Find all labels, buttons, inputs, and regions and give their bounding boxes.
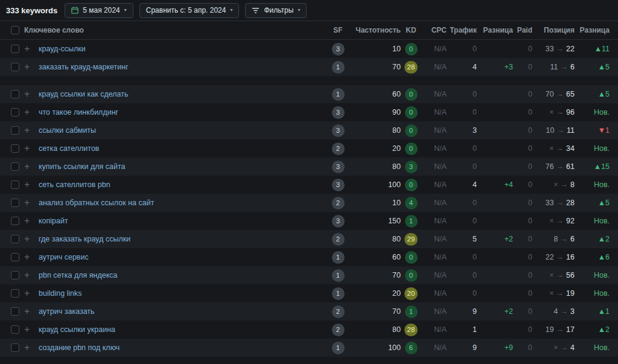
- keyword-link[interactable]: где заказать крауд ссылки: [39, 235, 130, 243]
- keyword-link[interactable]: заказать крауд-маркетинг: [39, 63, 129, 71]
- keyword-link[interactable]: сеть сателлитов pbn: [39, 180, 110, 189]
- cpc-value: N/A: [421, 144, 447, 153]
- plus-icon[interactable]: +: [24, 252, 30, 262]
- plus-icon[interactable]: +: [24, 325, 30, 334]
- header-sf[interactable]: SF: [327, 26, 349, 34]
- header-kd[interactable]: KD: [401, 26, 421, 34]
- plus-icon[interactable]: +: [24, 144, 30, 153]
- row-checkbox[interactable]: [11, 217, 19, 225]
- position-diff: ▲5: [598, 90, 610, 98]
- row-checkbox[interactable]: [11, 180, 19, 189]
- position-diff: Нов.: [594, 180, 610, 189]
- plus-icon[interactable]: +: [24, 107, 30, 117]
- sf-badge: 1: [332, 287, 345, 300]
- position-to: 28: [566, 199, 575, 207]
- header-position[interactable]: Позиция: [532, 26, 575, 34]
- keyword-link[interactable]: создание pbn под ключ: [39, 343, 119, 352]
- sf-badge: 3: [332, 161, 345, 173]
- traffic-diff: +3: [477, 63, 513, 71]
- keyword-link[interactable]: крауд ссылки как сделать: [39, 90, 128, 98]
- paid-value: 0: [513, 343, 532, 352]
- keyword-link[interactable]: что такое линкбилдинг: [39, 108, 118, 117]
- row-checkbox[interactable]: [11, 126, 19, 135]
- header-cpc[interactable]: CPC: [421, 26, 447, 34]
- header-position-diff[interactable]: Разница: [575, 26, 618, 34]
- position-from: 8: [554, 235, 558, 243]
- row-checkbox[interactable]: [11, 45, 19, 53]
- plus-icon[interactable]: +: [24, 126, 30, 135]
- header-traffic-diff[interactable]: Разница: [477, 26, 513, 34]
- keyword-link[interactable]: крауд-ссылки: [39, 45, 86, 53]
- volume-value: 70: [349, 63, 401, 71]
- position-diff: Нов.: [594, 343, 610, 352]
- keyword-link[interactable]: building links: [39, 289, 82, 298]
- row-checkbox[interactable]: [11, 108, 19, 117]
- header-paid[interactable]: Paid: [513, 26, 532, 34]
- row-checkbox[interactable]: [11, 235, 19, 243]
- volume-value: 10: [349, 199, 401, 207]
- arrow-right-icon: →: [556, 217, 564, 225]
- header-volume[interactable]: Частотность: [349, 26, 401, 34]
- traffic-diff: +4: [477, 180, 513, 189]
- arrow-right-icon: →: [561, 63, 569, 71]
- position-from: ×: [549, 271, 553, 279]
- plus-icon[interactable]: +: [24, 307, 30, 316]
- paid-value: 0: [513, 217, 532, 225]
- position-diff: ▲6: [598, 253, 610, 261]
- arrow-right-icon: →: [556, 325, 564, 334]
- plus-icon[interactable]: +: [24, 216, 30, 226]
- position-cell: 76→61: [532, 162, 575, 171]
- arrow-right-icon: →: [556, 162, 564, 171]
- position-to: 92: [566, 217, 575, 225]
- table-row: + анализ обратных ссылок на сайт 2 10 4 …: [0, 194, 618, 212]
- row-checkbox[interactable]: [11, 253, 19, 261]
- sf-badge: 3: [332, 215, 345, 228]
- keyword-link[interactable]: аутрич заказать: [39, 307, 95, 316]
- plus-icon[interactable]: +: [24, 89, 30, 99]
- plus-icon[interactable]: +: [24, 289, 30, 298]
- date-picker-button[interactable]: 5 мая 2024 ▾: [65, 3, 133, 18]
- keyword-link[interactable]: сетка сателлитов: [39, 144, 99, 153]
- keyword-link[interactable]: аутрич сервис: [39, 253, 89, 261]
- keyword-link[interactable]: копірайт: [39, 217, 68, 225]
- position-cell: ×→8: [532, 180, 575, 189]
- row-checkbox[interactable]: [11, 90, 19, 98]
- row-checkbox[interactable]: [11, 271, 19, 279]
- row-checkbox[interactable]: [11, 289, 19, 298]
- traffic-value: 0: [473, 271, 477, 279]
- header-traffic[interactable]: Трафик: [447, 26, 477, 34]
- row-checkbox[interactable]: [11, 343, 19, 352]
- plus-icon[interactable]: +: [24, 62, 30, 72]
- keyword-link[interactable]: крауд ссылки украина: [39, 325, 115, 334]
- plus-icon[interactable]: +: [24, 44, 30, 54]
- position-cell: 33→28: [532, 199, 575, 207]
- row-checkbox[interactable]: [11, 325, 19, 334]
- plus-icon[interactable]: +: [24, 162, 30, 171]
- plus-icon[interactable]: +: [24, 198, 30, 208]
- sf-badge: 3: [332, 106, 345, 119]
- select-all-checkbox[interactable]: [11, 26, 19, 34]
- kd-badge: 0: [405, 88, 418, 101]
- position-to: 56: [566, 271, 575, 279]
- position-diff: ▲5: [598, 199, 610, 207]
- header-keyword[interactable]: Ключевое слово: [24, 26, 327, 34]
- position-cell: 19→17: [532, 325, 575, 334]
- plus-icon[interactable]: +: [24, 180, 30, 190]
- paid-value: 0: [513, 289, 532, 298]
- plus-icon[interactable]: +: [24, 343, 30, 353]
- row-checkbox[interactable]: [11, 307, 19, 316]
- row-checkbox[interactable]: [11, 162, 19, 171]
- keyword-link[interactable]: анализ обратных ссылок на сайт: [39, 199, 154, 207]
- compare-button[interactable]: Сравнить с: 5 апр. 2024 ▾: [139, 3, 240, 18]
- keyword-link[interactable]: pbn сетка для яндекса: [39, 271, 118, 279]
- plus-icon[interactable]: +: [24, 270, 30, 280]
- keyword-link[interactable]: купить ссылки для сайта: [39, 162, 126, 171]
- row-checkbox[interactable]: [11, 199, 19, 207]
- position-from: 33: [546, 45, 554, 53]
- keyword-link[interactable]: ссылки сабмиты: [39, 126, 96, 135]
- position-cell: ×→34: [532, 144, 575, 153]
- row-checkbox[interactable]: [11, 63, 19, 71]
- row-checkbox[interactable]: [11, 144, 19, 153]
- plus-icon[interactable]: +: [24, 234, 30, 244]
- filters-button[interactable]: Фильтры ▾: [245, 3, 307, 18]
